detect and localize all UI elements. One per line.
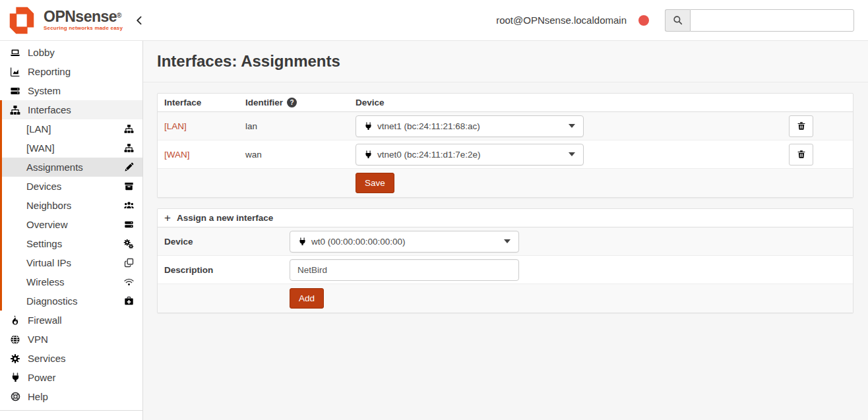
life-ring-icon	[9, 392, 22, 402]
sidebar-item-label: [WAN]	[26, 142, 55, 154]
lan-interface-link[interactable]: [LAN]	[164, 121, 245, 131]
trash-icon	[797, 150, 806, 159]
sidebar-item-power[interactable]: Power	[0, 368, 142, 387]
sidebar-item-label: Assignments	[26, 162, 83, 173]
gears-icon	[123, 239, 134, 249]
gear-icon	[9, 353, 22, 364]
sidebar-item-label: Overview	[26, 219, 68, 230]
sidebar-item-label: Neighbors	[26, 200, 71, 211]
sitemap-icon	[9, 105, 22, 115]
new-device-select[interactable]: wt0 (00:00:00:00:00:00)	[290, 231, 519, 253]
sidebar-item-neighbors[interactable]: Neighbors	[2, 196, 142, 215]
sidebar-item-reporting[interactable]: Reporting	[0, 62, 142, 81]
search-input[interactable]	[690, 9, 854, 32]
sidebar-item-label: Diagnostics	[26, 295, 78, 307]
add-button[interactable]: Add	[290, 288, 324, 309]
status-indicator-dot	[638, 15, 649, 26]
plus-icon: +	[164, 212, 171, 225]
sidebar-item-overview[interactable]: Overview	[2, 215, 142, 234]
opnsense-logo-mark	[5, 5, 38, 36]
sidebar-item-services[interactable]: Services	[0, 349, 142, 368]
new-interface-title: Assign a new interface	[177, 213, 273, 223]
caret-down-icon	[504, 239, 511, 243]
column-header-interface: Interface	[164, 98, 245, 107]
wifi-icon	[124, 277, 134, 287]
sitemap-icon	[124, 124, 134, 134]
fire-icon	[9, 315, 22, 326]
sidebar-item-lobby[interactable]: Lobby	[0, 43, 142, 62]
wan-device-select[interactable]: vtnet0 (bc:24:11:d1:7e:2e)	[356, 144, 584, 165]
page-title: Interfaces: Assignments	[157, 52, 340, 71]
selected-device: vtnet0 (bc:24:11:d1:7e:2e)	[377, 150, 481, 160]
assignments-panel: Interface Identifier ? Device [LAN] lan …	[157, 93, 853, 198]
sidebar-item-settings[interactable]: Settings	[2, 234, 142, 253]
plug-icon	[364, 122, 373, 131]
sidebar-item-label: Lobby	[28, 47, 55, 58]
sidebar-item-label: [LAN]	[26, 123, 51, 135]
logged-in-user: root@OPNsense.localdomain	[496, 15, 627, 26]
sidebar-item-lan[interactable]: [LAN]	[2, 119, 142, 138]
opnsense-logo[interactable]: OPNsense® Securing networks made easy	[5, 5, 123, 36]
sidebar-item-label: System	[28, 85, 61, 96]
sidebar-item-vpn[interactable]: VPN	[0, 330, 142, 349]
sidebar-item-interfaces[interactable]: Interfaces	[2, 100, 142, 119]
sidebar-item-wireless[interactable]: Wireless	[2, 272, 142, 291]
column-header-device: Device	[356, 98, 789, 107]
sidebar-item-label: Services	[28, 353, 66, 364]
users-icon	[124, 200, 134, 210]
table-header-row: Interface Identifier ? Device	[158, 94, 853, 112]
delete-wan-button[interactable]	[789, 144, 813, 165]
sidebar: Lobby Reporting System Interfaces [LAN] …	[0, 41, 143, 420]
pencil-icon	[124, 162, 134, 172]
search-icon[interactable]	[665, 9, 690, 32]
sidebar-item-label: Interfaces	[28, 104, 71, 115]
sidebar-item-label: Power	[28, 372, 56, 383]
main-content: Interfaces: Assignments Interface Identi…	[143, 41, 868, 420]
new-interface-header: + Assign a new interface	[158, 209, 853, 227]
device-label: Device	[164, 237, 290, 247]
identifier-help-icon[interactable]: ?	[287, 98, 297, 107]
description-label: Description	[164, 265, 290, 275]
trash-icon	[797, 121, 806, 131]
sidebar-item-label: Reporting	[28, 66, 71, 77]
sidebar-item-virtual-ips[interactable]: Virtual IPs	[2, 253, 142, 272]
top-header: OPNsense® Securing networks made easy ro…	[0, 0, 868, 41]
sidebar-item-label: VPN	[28, 334, 48, 345]
sidebar-item-label: Help	[28, 391, 48, 402]
sidebar-item-wan[interactable]: [WAN]	[2, 138, 142, 158]
sidebar-divider	[0, 410, 142, 411]
medkit-icon	[124, 296, 134, 306]
archive-icon	[124, 181, 134, 191]
sidebar-item-help[interactable]: Help	[0, 387, 142, 406]
column-header-identifier: Identifier	[245, 98, 283, 107]
sidebar-item-firewall[interactable]: Firewall	[0, 311, 142, 330]
plug-icon	[364, 150, 373, 159]
registered-mark: ®	[117, 12, 121, 19]
save-button[interactable]: Save	[356, 173, 394, 193]
brand-name: OPNsense	[44, 8, 117, 25]
laptop-icon	[9, 47, 22, 58]
sidebar-item-label: Firewall	[28, 315, 62, 326]
sidebar-item-label: Wireless	[26, 276, 65, 287]
description-input[interactable]	[290, 259, 519, 281]
sidebar-item-assignments[interactable]: Assignments	[2, 158, 142, 177]
sidebar-collapse-icon[interactable]	[134, 15, 144, 26]
search-box	[665, 9, 854, 32]
globe-icon	[9, 334, 22, 345]
sidebar-item-devices[interactable]: Devices	[2, 177, 142, 196]
sidebar-item-label: Devices	[26, 181, 61, 192]
identifier-value: wan	[245, 150, 356, 160]
table-row: [LAN] lan vtnet1 (bc:24:11:21:68:ac)	[158, 112, 853, 140]
lan-device-select[interactable]: vtnet1 (bc:24:11:21:68:ac)	[356, 115, 584, 137]
delete-lan-button[interactable]	[789, 115, 813, 137]
wan-interface-link[interactable]: [WAN]	[164, 150, 245, 160]
sidebar-item-label: Virtual IPs	[26, 257, 71, 268]
caret-down-icon	[569, 152, 575, 156]
sidebar-item-system[interactable]: System	[0, 81, 142, 100]
interfaces-branch: Interfaces [LAN] [WAN] Assignments Devic…	[0, 100, 142, 311]
new-interface-panel: + Assign a new interface Device wt0 (00:…	[157, 208, 853, 313]
server-icon	[124, 220, 134, 229]
sidebar-item-diagnostics[interactable]: Diagnostics	[2, 291, 142, 311]
clone-icon	[124, 258, 134, 268]
caret-down-icon	[569, 124, 575, 128]
